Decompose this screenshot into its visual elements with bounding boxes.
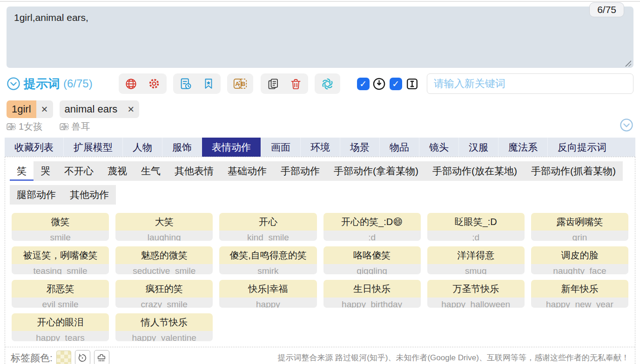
translate-ab-icon[interactable]: AB bbox=[233, 78, 247, 90]
category-tab[interactable]: 镜头 bbox=[419, 138, 459, 157]
tag-card[interactable]: 快乐|幸福 happy bbox=[219, 280, 317, 308]
subcategory-tab[interactable]: 其他表情 bbox=[168, 161, 221, 181]
document-clock-icon[interactable] bbox=[179, 77, 192, 90]
group-translate: AB bbox=[227, 73, 253, 94]
subcategory-tab[interactable]: 蔑视 bbox=[101, 161, 134, 181]
gear-icon[interactable] bbox=[148, 77, 161, 90]
category-tab-label: 人物 bbox=[133, 142, 152, 152]
tag-card[interactable]: 魅惑的微笑 seductive_smile bbox=[115, 246, 213, 274]
subcategory-tab[interactable]: 手部动作(抓着某物) bbox=[524, 161, 623, 181]
prompt-textarea[interactable]: 1girl,animal ears, bbox=[7, 7, 633, 68]
cursor-checkbox[interactable]: ✓ bbox=[390, 78, 402, 90]
category-tab[interactable]: 收藏列表 bbox=[5, 138, 64, 157]
timer-checkbox[interactable]: ✓ bbox=[357, 78, 370, 90]
bookmark-star-icon[interactable] bbox=[202, 78, 215, 90]
subtab-strip-row2: 腿部动作 其他动作 bbox=[10, 185, 116, 205]
tag-card[interactable]: 咯咯傻笑 giggling bbox=[323, 246, 421, 274]
tag-card[interactable]: 生日快乐 happy_birthday bbox=[323, 280, 421, 308]
collapse-section-icon[interactable] bbox=[7, 77, 20, 91]
tag-card[interactable]: 开心 kind_smile bbox=[219, 213, 317, 241]
tag-card[interactable]: 万圣节快乐 happy_halloween bbox=[427, 280, 525, 308]
tag-card-chinese: 洋洋得意 bbox=[427, 246, 525, 264]
category-tab[interactable]: 扩展模型 bbox=[64, 138, 123, 157]
subcategory-tab[interactable]: 手部动作(放在某地) bbox=[425, 161, 524, 181]
subtab-strip-row1: 笑 哭 不开心 蔑视 生气 bbox=[10, 161, 623, 181]
section-counter: (6/75) bbox=[63, 77, 93, 90]
subcategory-tab-label: 手部动作(放在某地) bbox=[432, 165, 517, 176]
subcategory-tab[interactable]: 其他动作 bbox=[63, 185, 116, 205]
remove-tag-icon[interactable]: × bbox=[122, 100, 139, 118]
tag-color-swatch[interactable] bbox=[56, 351, 71, 364]
content-panel: 笑 哭 不开心 蔑视 生气 bbox=[5, 157, 635, 364]
token-counter-badge: 6/75 bbox=[589, 2, 624, 17]
subcategory-tab-label: 不开心 bbox=[64, 165, 94, 176]
subcategory-tab[interactable]: 哭 bbox=[34, 161, 57, 181]
tag-card[interactable]: 开心的眼泪 happy_tears bbox=[12, 313, 109, 341]
tag-card[interactable]: 调皮的脸 naughty_face bbox=[531, 246, 628, 274]
tag-card[interactable]: 新年快乐 happy_new_year bbox=[531, 280, 628, 308]
globe-icon[interactable] bbox=[125, 78, 137, 90]
subcategory-tab-label: 手部动作(拿着某物) bbox=[334, 165, 418, 176]
tag-card-chinese: 新年快乐 bbox=[531, 280, 628, 298]
openai-logo-icon[interactable] bbox=[321, 77, 334, 91]
tag-card[interactable]: 疯狂的笑 crazy_smile bbox=[115, 280, 213, 308]
tag-chip[interactable]: animal ears × bbox=[60, 100, 140, 118]
tag-card-english: ;d bbox=[427, 231, 525, 241]
trash-icon[interactable] bbox=[290, 78, 302, 90]
category-tab[interactable]: 人物 bbox=[123, 138, 162, 157]
tag-card-english: happy_birthday bbox=[323, 298, 421, 308]
tag-card[interactable]: 情人节快乐 happy_valentine bbox=[115, 313, 213, 341]
category-tab[interactable]: 表情动作 bbox=[202, 138, 261, 157]
tag-card[interactable]: 傻笑,自鸣得意的笑 smirk bbox=[219, 246, 317, 274]
subcategory-tab[interactable]: 手部动作(拿着某物) bbox=[327, 161, 425, 181]
tag-card[interactable]: 被逗笑，咧嘴傻笑 teasing_smile bbox=[12, 246, 109, 274]
category-tab-label: 收藏列表 bbox=[14, 142, 54, 152]
category-tab[interactable]: 汉服 bbox=[459, 138, 499, 157]
category-tab-label: 汉服 bbox=[469, 142, 488, 152]
prompt-tool-page: 6/75 1girl,animal ears, 提示词 (6/75) bbox=[0, 1, 640, 364]
subcategory-tab-label: 笑 bbox=[17, 165, 27, 176]
subcategory-tab[interactable]: 腿部动作 bbox=[10, 185, 63, 205]
tag-card[interactable]: 露齿咧嘴笑 grin bbox=[531, 213, 628, 241]
tag-card[interactable]: 大笑 laughing bbox=[115, 213, 213, 241]
tag-card[interactable]: 眨眼笑_:D ;d bbox=[427, 213, 525, 241]
new-keyword-input[interactable] bbox=[427, 73, 633, 94]
tag-card-english: crazy_smile bbox=[115, 298, 213, 308]
subcategory-tab[interactable]: 基础动作 bbox=[221, 161, 274, 181]
check-icon: ✓ bbox=[392, 79, 399, 89]
category-tab[interactable]: 服饰 bbox=[162, 138, 202, 157]
tag-card[interactable]: 洋洋得意 smug bbox=[427, 246, 525, 274]
tag-card-chinese: 露齿咧嘴笑 bbox=[531, 213, 628, 231]
tag-card[interactable]: 开心的笑_:D😄 :d bbox=[323, 213, 421, 241]
text-cursor-icon[interactable] bbox=[404, 76, 420, 92]
expand-tags-icon[interactable] bbox=[620, 118, 633, 132]
subcategory-tab[interactable]: 生气 bbox=[134, 161, 168, 181]
category-tab-label: 扩展模型 bbox=[74, 142, 113, 152]
category-tab[interactable]: 环境 bbox=[301, 138, 340, 157]
category-tab[interactable]: 反向提示词 bbox=[548, 138, 616, 157]
subcategory-tab[interactable]: 笑 bbox=[10, 161, 34, 181]
remove-tag-icon[interactable]: × bbox=[36, 100, 53, 118]
selected-tag: 1girl × AB 1女孩 bbox=[7, 100, 53, 133]
tag-card-english: :d bbox=[323, 231, 421, 241]
copy-icon[interactable] bbox=[267, 78, 279, 90]
subcategory-tab-label: 手部动作 bbox=[281, 165, 320, 176]
subcategory-tab[interactable]: 不开心 bbox=[57, 161, 101, 181]
tag-card-chinese: 傻笑,自鸣得意的笑 bbox=[219, 246, 317, 264]
brush-button[interactable] bbox=[94, 350, 109, 364]
tag-card[interactable]: 邪恶笑 evil smile bbox=[12, 280, 109, 308]
category-tab[interactable]: 魔法系 bbox=[499, 138, 548, 157]
check-icon: ✓ bbox=[359, 79, 367, 89]
toolbar: 提示词 (6/75) AB bbox=[7, 73, 633, 94]
tag-chip[interactable]: 1girl × bbox=[7, 100, 53, 118]
category-tab[interactable]: 物品 bbox=[380, 138, 419, 157]
tag-card-chinese: 万圣节快乐 bbox=[427, 280, 525, 298]
subcategory-tab[interactable]: 手部动作 bbox=[274, 161, 327, 181]
clock-arrow-icon[interactable] bbox=[372, 77, 386, 91]
tag-card-english: kind_smile bbox=[219, 231, 317, 241]
tag-card[interactable]: 微笑 smile bbox=[12, 213, 109, 241]
reset-color-button[interactable] bbox=[75, 350, 90, 364]
svg-text:A: A bbox=[61, 125, 64, 129]
category-tab[interactable]: 场景 bbox=[340, 138, 380, 157]
category-tab[interactable]: 画面 bbox=[261, 138, 301, 157]
